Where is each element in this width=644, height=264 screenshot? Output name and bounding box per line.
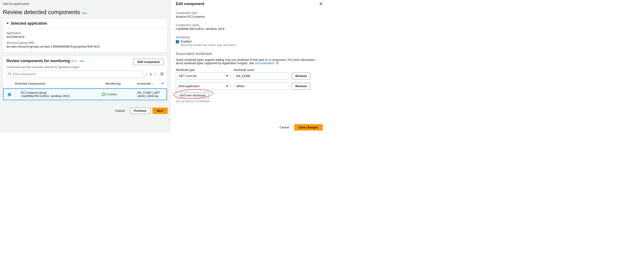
selected-application-title: Selected application bbox=[11, 21, 47, 26]
application-label: Application bbox=[6, 31, 164, 35]
review-title: Review components for monitoring bbox=[6, 59, 70, 63]
associated-workloads-heading: Associated workloads bbox=[176, 52, 323, 56]
workload-row: JAVA application Remove bbox=[176, 82, 323, 90]
remove-workload-button[interactable]: Remove bbox=[292, 83, 310, 89]
pager-page-number: 1 bbox=[150, 72, 152, 76]
pager-prev-icon[interactable] bbox=[146, 72, 148, 76]
monitoring-label: Monitoring bbox=[176, 36, 323, 39]
previous-button[interactable]: Previous bbox=[130, 108, 150, 114]
edit-component-button[interactable]: Edit component bbox=[134, 59, 164, 65]
workload-type-select[interactable]: .NET Core tier bbox=[176, 72, 230, 80]
check-circle-icon: ✓ bbox=[102, 93, 105, 96]
search-box[interactable] bbox=[6, 71, 144, 77]
chevron-down-icon bbox=[226, 75, 228, 77]
monitoring-checkbox[interactable]: ✓ bbox=[176, 40, 179, 43]
row-radio[interactable] bbox=[8, 93, 11, 96]
monitoring-sub-text: Monitoring includes key metrics, logs, a… bbox=[181, 44, 236, 47]
column-header-detected[interactable]: Detected components bbox=[15, 82, 103, 85]
component-name: EC2 instance group bbox=[21, 91, 102, 94]
workload-type-select[interactable]: JAVA application bbox=[176, 82, 230, 90]
component-sub: i-0a0858a7fd11cd51c: windows 2019 bbox=[21, 94, 102, 98]
column-header-associated[interactable]: Associate… bbox=[134, 82, 164, 85]
monitoring-status: Enabled bbox=[106, 93, 117, 96]
workload-name-header: Workload name bbox=[234, 68, 288, 72]
next-button[interactable]: Next bbox=[152, 108, 168, 114]
save-changes-button[interactable]: Save changes bbox=[294, 124, 323, 130]
resource-group-arn-value: arn:aws:resource-groups:us-east-1:856960… bbox=[6, 45, 164, 48]
component-type-label: Component type bbox=[176, 11, 323, 15]
external-link-icon bbox=[275, 61, 278, 65]
add-workload-hint: You can add up to 5 workloads bbox=[176, 100, 323, 103]
svg-point-0 bbox=[8, 73, 10, 75]
search-input[interactable] bbox=[12, 72, 142, 76]
wizard-left-pane: Add an application Review detected compo… bbox=[0, 0, 170, 133]
table-row[interactable]: EC2 instance group i-0a0858a7fd11cd51c: … bbox=[3, 88, 167, 100]
documentation-link[interactable]: Documentation bbox=[254, 61, 274, 65]
sort-caret-icon bbox=[162, 83, 164, 84]
search-icon bbox=[8, 72, 11, 76]
page-info-link[interactable]: Info bbox=[82, 12, 86, 15]
review-info-link[interactable]: Info bbox=[80, 60, 84, 63]
monitoring-enabled-text: Enabled bbox=[181, 40, 236, 43]
table-header-row: Detected components Monitoring Associate… bbox=[3, 80, 168, 88]
component-type-value: Amazon EC2 instance bbox=[176, 15, 323, 18]
cancel-button[interactable]: Cancel bbox=[112, 108, 128, 114]
workload-name-input[interactable] bbox=[234, 72, 288, 80]
pager: 1 bbox=[146, 72, 164, 76]
resource-group-arn-label: Resource group ARN bbox=[6, 41, 164, 44]
close-icon[interactable]: ✕ bbox=[319, 2, 323, 6]
panel-title: Edit component bbox=[176, 2, 204, 6]
add-new-workload-button[interactable]: Add new workload bbox=[176, 92, 209, 98]
column-header-monitoring[interactable]: Monitoring bbox=[103, 82, 134, 85]
pager-next-icon[interactable] bbox=[154, 72, 156, 76]
review-components-card: Review components for monitoring (1/1) I… bbox=[2, 56, 168, 101]
review-subtitle: Components and their workloads detected … bbox=[3, 65, 168, 71]
associated-workloads-cell: DN_CORE (.NET JAVA1 (JAVA ap bbox=[134, 91, 163, 98]
selected-application-card: Selected application Application test-MW… bbox=[2, 19, 168, 52]
gear-icon[interactable] bbox=[160, 72, 164, 76]
remove-workload-button[interactable]: Remove bbox=[292, 73, 310, 79]
resize-handle-icon[interactable]: || bbox=[168, 118, 170, 121]
svg-line-3 bbox=[277, 62, 278, 63]
workload-row: .NET Core tier Remove bbox=[176, 72, 323, 80]
panel-cancel-button[interactable]: Cancel bbox=[277, 124, 292, 130]
breadcrumb: Add an application bbox=[0, 2, 170, 8]
selected-application-header[interactable]: Selected application bbox=[3, 19, 168, 28]
edit-component-panel: || Edit component ✕ Component type Amazo… bbox=[170, 0, 328, 133]
page-title: Review detected components bbox=[3, 9, 80, 16]
component-name-value: i-0a0858a7fd11cd51c: windows 2019 bbox=[176, 27, 323, 31]
chevron-down-icon bbox=[226, 85, 228, 87]
component-name-label: Component name bbox=[176, 23, 323, 27]
workload-type-header: Workload type bbox=[176, 68, 230, 72]
svg-point-2 bbox=[162, 73, 162, 74]
chevron-down-icon bbox=[6, 23, 8, 24]
svg-line-1 bbox=[10, 74, 11, 75]
review-count: (1/1) bbox=[71, 59, 77, 63]
associated-workloads-description: Some workload types support adding only … bbox=[176, 58, 323, 65]
workload-name-input[interactable] bbox=[234, 82, 288, 90]
application-value: test-MW-W19 bbox=[6, 35, 164, 39]
